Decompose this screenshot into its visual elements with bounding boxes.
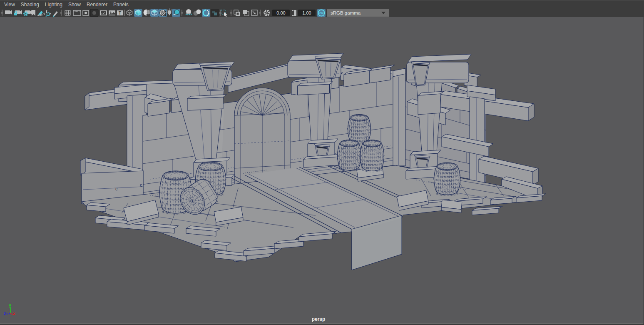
svg-text:sRGB gamma: sRGB gamma xyxy=(331,10,361,15)
svg-text:z: z xyxy=(4,311,6,316)
svg-text:c: c xyxy=(140,182,142,188)
svg-text:0.00: 0.00 xyxy=(276,10,285,15)
svg-text:1.00: 1.00 xyxy=(302,10,311,15)
svg-text:x: x xyxy=(13,311,16,316)
svg-text:y: y xyxy=(9,302,12,308)
svg-text:T: T xyxy=(119,11,121,15)
svg-text:c: c xyxy=(115,186,118,191)
svg-text:ON: ON xyxy=(319,12,323,15)
svg-text:persp: persp xyxy=(312,316,326,322)
